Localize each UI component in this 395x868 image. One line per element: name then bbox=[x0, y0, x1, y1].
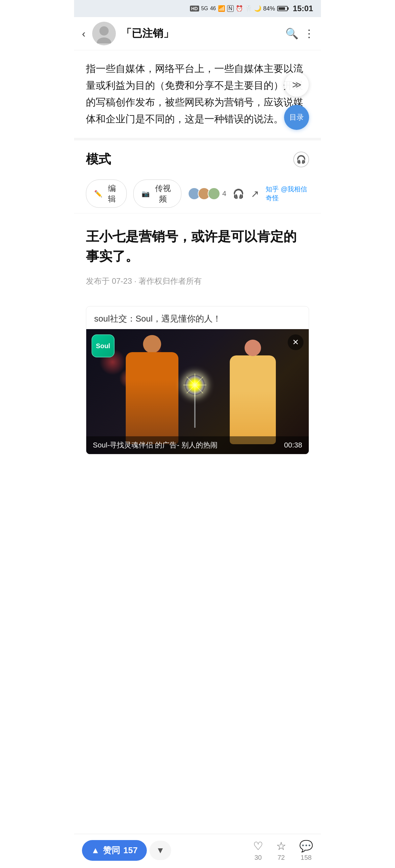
nfc-icon: N bbox=[227, 5, 234, 12]
main-content: 王小七是营销号，或许是可以肯定的事实了。 发布于 07-23 · 著作权归作者所… bbox=[74, 213, 321, 306]
collapse-button[interactable]: ≫ bbox=[284, 72, 309, 97]
ad-card: soul社交：Soul，遇见懂你的人！ bbox=[86, 306, 309, 454]
edit-label: 编辑 bbox=[105, 183, 118, 204]
status-time: 15:01 bbox=[293, 4, 313, 13]
edit-toolbar: ✏️ 编辑 📷 传视频 4 🎧 ↗ 知乎 @我相信奇怪 bbox=[74, 174, 321, 213]
wifi-icon: 📶 bbox=[218, 5, 225, 12]
toolbar-right: 4 🎧 ↗ 知乎 @我相信奇怪 bbox=[188, 185, 309, 203]
article-title: 王小七是营销号，或许是可以肯定的事实了。 bbox=[86, 226, 309, 266]
chevron-right-icon: ≫ bbox=[292, 79, 302, 90]
toolbar-share-icon[interactable]: ↗ bbox=[251, 188, 259, 199]
toolbar-audio-icon[interactable]: 🎧 bbox=[233, 188, 244, 199]
section-audio-button[interactable]: 🎧 bbox=[293, 152, 309, 167]
signal-4g: 46 bbox=[210, 6, 216, 11]
status-bar: HD 5G 46 📶 N ⏰ 🦷 🌙 84% 15:01 bbox=[74, 0, 321, 17]
soul-logo-text: Soul bbox=[96, 342, 110, 350]
top-nav: ‹ 「已注销」 🔍 ⋮ bbox=[74, 17, 321, 50]
alarm-icon: ⏰ bbox=[236, 5, 243, 12]
moon-icon: 🌙 bbox=[254, 5, 261, 12]
intro-paragraph: 指一些自媒体，网络平台上，一些自媒体主要以流量或利益为目的（免费和分享不是主要目… bbox=[86, 60, 309, 127]
video-button[interactable]: 📷 传视频 bbox=[133, 180, 181, 208]
status-icons: HD 5G 46 📶 N ⏰ 🦷 🌙 84% bbox=[190, 5, 288, 12]
video-label: 传视频 bbox=[152, 183, 173, 204]
bottom-spacer bbox=[74, 468, 321, 500]
video-caption-text: Soul-寻找灵魂伴侣 的广告- 别人的热闹 bbox=[93, 440, 218, 450]
person-male bbox=[126, 352, 178, 444]
avatar-count: 4 bbox=[222, 189, 226, 198]
publish-info: 发布于 07-23 · 著作权归作者所有 bbox=[86, 276, 309, 286]
ad-title: soul社交：Soul，遇见懂你的人！ bbox=[86, 306, 309, 329]
avatar-group: 4 bbox=[188, 187, 226, 200]
video-bg bbox=[86, 329, 309, 454]
user-avatar[interactable] bbox=[92, 22, 116, 45]
signal-5g: 5G bbox=[201, 6, 208, 11]
hd1-badge: HD bbox=[190, 6, 199, 11]
svg-line-7 bbox=[187, 377, 195, 385]
soul-logo: Soul bbox=[91, 334, 115, 358]
catalog-label: 目录 bbox=[289, 113, 304, 122]
edit-button[interactable]: ✏️ 编辑 bbox=[86, 180, 127, 208]
close-button[interactable]: ✕ bbox=[288, 334, 304, 350]
video-duration: 00:38 bbox=[284, 441, 302, 450]
more-button[interactable]: ⋮ bbox=[304, 27, 314, 40]
article-intro: 指一些自媒体，网络平台上，一些自媒体主要以流量或利益为目的（免费和分享不是主要目… bbox=[74, 50, 321, 138]
bluetooth-icon: 🦷 bbox=[245, 5, 252, 12]
section-title-row: 模式 🎧 bbox=[74, 141, 321, 174]
headphone-icon: 🎧 bbox=[296, 155, 306, 164]
svg-line-9 bbox=[187, 385, 195, 393]
sparkler bbox=[182, 375, 208, 428]
battery-icon bbox=[277, 6, 288, 11]
catalog-button[interactable]: 目录 bbox=[284, 105, 309, 130]
section-divider-1 bbox=[74, 138, 321, 141]
toolbar-source: 知乎 @我相信奇怪 bbox=[265, 185, 309, 203]
svg-line-6 bbox=[195, 377, 203, 385]
svg-point-0 bbox=[100, 26, 109, 35]
pencil-icon: ✏️ bbox=[94, 190, 102, 197]
video-caption: Soul-寻找灵魂伴侣 的广告- 别人的热闹 00:38 bbox=[86, 436, 309, 454]
ad-video[interactable]: Soul ✕ Soul-寻找灵魂伴侣 的广告- 别人的热闹 00:38 bbox=[86, 329, 309, 454]
avatar-3 bbox=[208, 187, 220, 200]
video-icon: 📷 bbox=[142, 190, 150, 197]
person-female bbox=[230, 355, 276, 444]
svg-point-1 bbox=[97, 37, 111, 43]
search-button[interactable]: 🔍 bbox=[285, 27, 299, 40]
battery-label: 84% bbox=[263, 5, 275, 12]
section-title: 模式 bbox=[86, 151, 111, 168]
back-button[interactable]: ‹ bbox=[81, 26, 87, 41]
svg-line-8 bbox=[195, 385, 203, 393]
nav-title: 「已注销」 bbox=[121, 26, 280, 41]
